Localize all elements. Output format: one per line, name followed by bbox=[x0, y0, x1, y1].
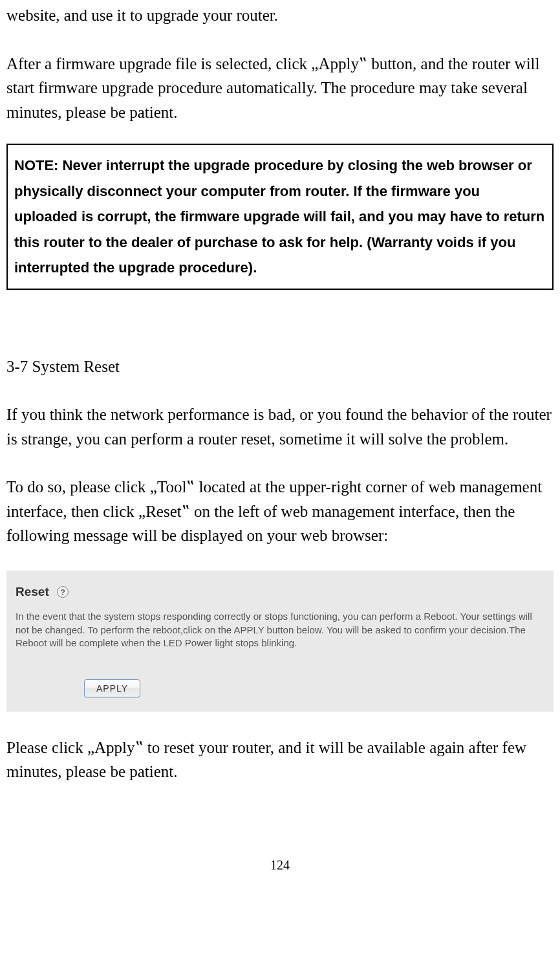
note-box: NOTE: Never interrupt the upgrade proced… bbox=[6, 144, 554, 290]
page-number: 124 bbox=[6, 855, 554, 875]
reset-panel-title: Reset bbox=[16, 583, 49, 602]
paragraph-apply-reset: Please click „Apply‟ to reset your route… bbox=[6, 736, 554, 784]
paragraph-firmware-website: website, and use it to upgrade your rout… bbox=[6, 3, 554, 28]
help-icon[interactable]: ? bbox=[57, 586, 69, 598]
paragraph-reset-intro: If you think the network performance is … bbox=[6, 402, 554, 451]
reset-panel-description: In the event that the system stops respo… bbox=[6, 606, 554, 662]
apply-button[interactable]: APPLY bbox=[84, 679, 140, 697]
section-title: 3-7 System Reset bbox=[6, 355, 554, 379]
paragraph-reset-instructions: To do so, please click „Tool‟ located at… bbox=[6, 475, 554, 548]
reset-screenshot: Reset ? In the event that the system sto… bbox=[6, 571, 554, 712]
note-text: NOTE: Never interrupt the upgrade proced… bbox=[14, 157, 544, 276]
paragraph-firmware-apply: After a firmware upgrade file is selecte… bbox=[6, 52, 554, 125]
